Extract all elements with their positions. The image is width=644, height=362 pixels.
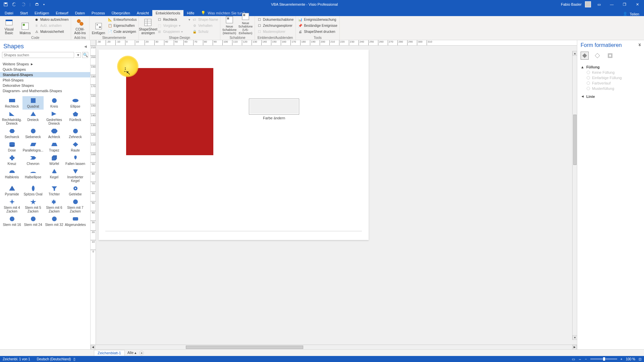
shape-fuenfeck[interactable]: Fünfeck xyxy=(65,110,86,127)
line-section-header[interactable]: ▲Linie xyxy=(581,94,641,99)
tab-start[interactable]: Start xyxy=(17,10,31,16)
page-tab-1[interactable]: Zeichenblatt-1 xyxy=(94,350,125,356)
fill-section-header[interactable]: ▲Füllung xyxy=(581,64,641,70)
fit-width-icon[interactable]: ↔ xyxy=(578,357,582,361)
tab-hilfe[interactable]: Hilfe xyxy=(183,10,198,16)
new-stencil-metric-button[interactable]: Neue Schablone (Metrisch) xyxy=(222,17,236,35)
view-code-button[interactable]: 📄Code anzeigen xyxy=(108,29,137,35)
add-page-icon[interactable]: + xyxy=(139,351,144,355)
tab-ansicht[interactable]: Ansicht xyxy=(133,10,152,16)
shape-gedr_dreieck[interactable]: Gedrehtes Dreieck xyxy=(44,110,65,127)
tab-ueberpruefen[interactable]: Überprüfen xyxy=(108,10,133,16)
shape-pyramide[interactable]: Pyramide xyxy=(1,184,22,197)
shape-rechteck[interactable]: Rechteck xyxy=(1,96,22,110)
shape-dreieck[interactable]: Dreieck xyxy=(22,110,44,127)
horizontal-scrollbar[interactable]: ◀ ▶ xyxy=(91,345,577,349)
shape-stern7[interactable]: Stern mit 7 Zacken xyxy=(65,197,86,215)
fill-line-tab-icon[interactable] xyxy=(581,52,589,60)
shape-stern16[interactable]: Stern mit 16 xyxy=(1,215,22,228)
canvas-viewport[interactable]: ↕↔ ↖ Farbe ändern ▲ ▼ xyxy=(96,46,577,345)
shape-kreuz[interactable]: Kreuz xyxy=(1,154,22,167)
event-monitor-button[interactable]: 📊Ereignisüberwachung xyxy=(298,17,337,22)
user-avatar[interactable] xyxy=(585,1,591,7)
zoom-thumb[interactable] xyxy=(603,357,605,361)
shape-zehneck[interactable]: Zehneck xyxy=(65,127,86,140)
shape-abgerundet[interactable]: Abgerundetes xyxy=(65,215,86,228)
shape-wuerfel[interactable]: Würfel xyxy=(44,154,65,167)
design-mode-button[interactable]: 📐Entwurfsmodus xyxy=(108,17,137,22)
vertical-scrollbar[interactable]: ▲ ▼ xyxy=(572,51,577,340)
shape-kegel[interactable]: Kegel xyxy=(44,167,65,184)
persistent-events-button[interactable]: 📌Beständige Ereignisse xyxy=(298,23,337,28)
close-icon[interactable]: ✕ xyxy=(633,2,642,7)
print-icon[interactable] xyxy=(35,2,39,7)
shape-halbellipse[interactable]: Halbellipse xyxy=(22,167,44,184)
shape-stern32[interactable]: Stern mit 32 xyxy=(44,215,65,228)
visual-basic-button[interactable]: Visual Basic xyxy=(2,17,16,35)
minimize-icon[interactable]: — xyxy=(607,2,616,6)
scroll-down-icon[interactable]: ▼ xyxy=(573,335,577,340)
zoom-in-icon[interactable]: + xyxy=(621,357,623,361)
shape-stern4[interactable]: Stern mit 4 Zacken xyxy=(1,197,22,215)
close-pane-icon[interactable]: ✕ xyxy=(638,42,641,47)
command-button-control[interactable] xyxy=(249,99,299,115)
shape-halbkreis[interactable]: Halbkreis xyxy=(1,167,22,184)
shape-rechtw_dreieck[interactable]: Rechtwinklig. Dreieck xyxy=(1,110,22,127)
shape-siebeneck[interactable]: Siebeneck xyxy=(22,127,44,140)
tell-me-search[interactable]: 💡 Was möchten Sie tun? xyxy=(198,10,248,16)
shape-trapez[interactable]: Trapez xyxy=(44,140,65,154)
shape-getriebe[interactable]: Getriebe xyxy=(65,184,86,197)
ribbon-display-icon[interactable]: ▭ xyxy=(594,2,604,7)
shape-stern6[interactable]: Stern mit 6 Zacken xyxy=(44,197,65,215)
shapesheet-button[interactable]: ShapeSheet anzeigen xyxy=(141,17,155,35)
zoom-out-icon[interactable]: − xyxy=(585,357,587,361)
print-shapesheet-button[interactable]: 🖨ShapeSheet drucken xyxy=(298,29,337,35)
shape-raute[interactable]: Raute xyxy=(65,140,86,154)
zoom-slider[interactable] xyxy=(590,358,617,360)
collapse-panel-icon[interactable]: ◀ xyxy=(84,45,87,48)
cat-diagramm[interactable]: Diagramm- und Mathematik-Shapes xyxy=(0,88,90,94)
shape-stern5[interactable]: Stern mit 5 Zacken xyxy=(22,197,44,215)
shape-chevron[interactable]: Chevron xyxy=(22,154,44,167)
cat-dekorative[interactable]: Dekorative Shapes xyxy=(0,83,90,88)
shape-spitzes_oval[interactable]: Spitzes Oval xyxy=(22,184,44,197)
zoom-level[interactable]: 100 % xyxy=(626,357,635,361)
record-macro-button[interactable]: ⏺Makro aufzeichnen xyxy=(34,17,69,22)
user-name[interactable]: Fabio Basler xyxy=(561,2,582,6)
drawing-page[interactable]: ↕↔ ↖ Farbe ändern xyxy=(99,50,369,240)
search-go-icon[interactable]: 🔍 xyxy=(82,52,88,58)
v-scroll-thumb[interactable] xyxy=(573,115,577,165)
new-stencil-us-button[interactable]: Neue Schablone (US-Einheiten) xyxy=(238,17,253,35)
makros-button[interactable]: Makros xyxy=(18,17,32,35)
search-dropdown-icon[interactable]: ▾ xyxy=(75,52,81,58)
restore-icon[interactable]: ❐ xyxy=(620,2,629,7)
language-indicator[interactable]: Deutsch (Deutschland) xyxy=(37,357,71,361)
shape-stern24[interactable]: Stern mit 24 xyxy=(22,215,44,228)
all-pages-button[interactable]: Alle ▴ xyxy=(127,351,137,355)
h-scroll-thumb[interactable] xyxy=(186,346,303,349)
tab-datei[interactable]: Datei xyxy=(1,10,17,16)
macro-record-status-icon[interactable]: ▯ xyxy=(73,357,75,361)
com-addins-button[interactable]: COM-Add-Ins xyxy=(73,17,87,35)
shape-fallen_lassen[interactable]: Fallen lassen xyxy=(65,154,86,167)
shape-achteck[interactable]: Achteck xyxy=(44,127,65,140)
shape-dose[interactable]: Dose xyxy=(1,140,22,154)
tab-prozess[interactable]: Prozess xyxy=(88,10,108,16)
effects-tab-icon[interactable] xyxy=(593,52,601,60)
fit-page-icon[interactable]: ⊡ xyxy=(639,357,641,361)
cat-pfeil[interactable]: Pfeil-Shapes xyxy=(0,77,90,83)
save-icon[interactable] xyxy=(3,2,8,7)
cat-quick[interactable]: Quick-Shapes xyxy=(0,67,90,72)
red-square-shape[interactable] xyxy=(126,68,213,155)
share-button[interactable]: Teilen xyxy=(630,12,639,16)
cat-weitere[interactable]: Weitere Shapes▶ xyxy=(0,61,90,67)
tab-daten[interactable]: Daten xyxy=(72,10,88,16)
tab-entwicklertools[interactable]: Entwicklertools xyxy=(152,10,183,16)
presentation-mode-icon[interactable]: ▭ xyxy=(572,357,575,361)
size-tab-icon[interactable] xyxy=(606,52,614,60)
cat-standard[interactable]: Standard-Shapes xyxy=(0,72,90,77)
shape-parallelogramm[interactable]: Parallelogra... xyxy=(22,140,44,154)
scroll-right-icon[interactable]: ▶ xyxy=(572,345,577,350)
tab-entwurf[interactable]: Entwurf xyxy=(52,10,71,16)
redo-icon[interactable] xyxy=(21,2,25,7)
